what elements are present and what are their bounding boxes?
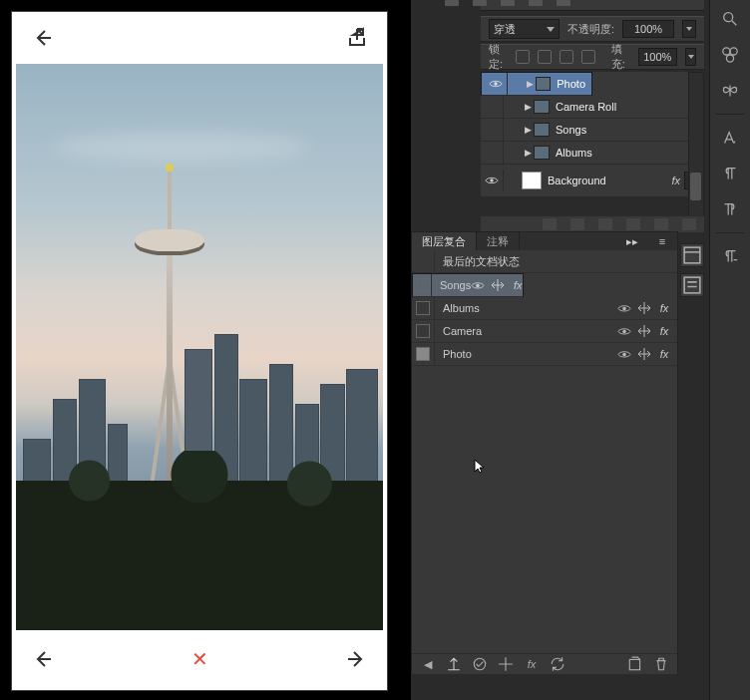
visibility-toggle[interactable]	[481, 96, 504, 118]
opacity-dropdown[interactable]	[682, 20, 696, 38]
link-layers-icon[interactable]	[543, 218, 557, 230]
visibility-toggle[interactable]	[486, 73, 508, 95]
tab-notes[interactable]: 注释	[477, 232, 520, 250]
visibility-icon[interactable]	[617, 324, 631, 338]
comps-bottom-bar: ◀ fx	[412, 653, 677, 674]
layer-style-icon[interactable]	[570, 218, 584, 230]
lock-pixels-icon[interactable]	[538, 50, 552, 64]
properties-panel-icon[interactable]	[680, 243, 704, 267]
disclosure-icon[interactable]: ▶	[525, 79, 536, 89]
visibility-toggle[interactable]	[481, 170, 504, 191]
comp-name: Camera	[435, 325, 617, 337]
svg-rect-8	[684, 247, 700, 263]
folder-icon	[534, 123, 550, 137]
lock-position-icon[interactable]	[560, 50, 573, 64]
layers-scrollbar[interactable]	[688, 72, 704, 217]
comp-row[interactable]: Songs fx	[412, 273, 524, 297]
blend-mode-label: 穿透	[494, 22, 516, 37]
svg-point-2	[476, 283, 480, 287]
svg-point-5	[622, 352, 626, 356]
layer-row-background[interactable]: Background fx	[481, 165, 704, 197]
visibility-icon[interactable]	[471, 278, 485, 292]
layer-mask-icon[interactable]	[598, 218, 612, 230]
disclosure-icon[interactable]: ▶	[522, 148, 534, 158]
appearance-icon[interactable]: fx	[511, 278, 525, 292]
styles-panel-icon[interactable]	[716, 243, 744, 269]
prev-icon[interactable]	[30, 647, 54, 671]
blend-mode-select[interactable]: 穿透	[489, 19, 560, 39]
glyph-butterfly-icon[interactable]	[716, 78, 744, 104]
apply-comp-toggle[interactable]	[412, 297, 435, 319]
update-comp-icon[interactable]	[550, 657, 565, 671]
comp-row[interactable]: Camera fx	[412, 320, 677, 343]
prev-comp-icon[interactable]: ◀	[420, 657, 436, 671]
disclosure-icon[interactable]: ▶	[522, 125, 534, 135]
fx-badge[interactable]: fx	[671, 175, 680, 186]
layer-row[interactable]: ▶ Photo	[481, 72, 592, 96]
appearance-icon[interactable]: fx	[657, 324, 671, 338]
apply-comp-toggle[interactable]	[412, 320, 435, 342]
lock-transparency-icon[interactable]	[516, 50, 530, 64]
visibility-toggle[interactable]	[481, 142, 504, 164]
close-icon[interactable]: ✕	[191, 647, 208, 671]
apply-comp-toggle[interactable]	[417, 274, 432, 296]
tab-layer-comps[interactable]: 图层复合	[412, 232, 477, 250]
comp-row[interactable]: Albums fx	[412, 297, 677, 320]
delete-layer-icon[interactable]	[682, 218, 696, 230]
position-icon[interactable]	[637, 324, 651, 338]
svg-point-3	[622, 306, 626, 310]
update-appearance-icon[interactable]: fx	[524, 657, 540, 671]
back-icon[interactable]	[30, 26, 54, 50]
appearance-icon[interactable]: fx	[657, 301, 671, 315]
new-group-icon[interactable]	[626, 218, 640, 230]
update-position-icon[interactable]	[498, 657, 514, 671]
layer-name: Camera Roll	[556, 101, 698, 113]
appearance-icon[interactable]: fx	[657, 347, 671, 361]
svg-point-10	[724, 13, 733, 22]
comp-name: Photo	[435, 348, 617, 360]
apply-comp-toggle[interactable]	[412, 343, 435, 365]
comp-name: 最后的文档状态	[435, 254, 671, 269]
fill-value[interactable]: 100%	[638, 48, 677, 66]
position-icon[interactable]	[637, 301, 651, 315]
disclosure-icon[interactable]: ▶	[522, 102, 534, 112]
panel-menu-icon[interactable]: ≡	[647, 235, 677, 247]
character-panel-icon[interactable]	[716, 125, 744, 151]
panel-tabs: 图层复合 注释 ▸▸ ≡	[412, 232, 677, 250]
apply-comp-toggle[interactable]	[412, 250, 435, 272]
lock-label: 锁定:	[489, 42, 508, 72]
update-visibility-icon[interactable]	[472, 657, 488, 671]
layer-row[interactable]: ▶ Songs	[481, 119, 704, 142]
svg-point-0	[495, 82, 499, 86]
libraries-icon[interactable]	[716, 42, 744, 68]
comp-row[interactable]: Photo fx	[412, 343, 677, 366]
paragraph-panel-icon[interactable]	[716, 161, 744, 186]
comp-last-state[interactable]: 最后的文档状态	[412, 250, 677, 273]
new-layer-icon[interactable]	[654, 218, 668, 230]
folder-icon	[534, 146, 550, 160]
svg-point-1	[490, 178, 494, 182]
position-icon[interactable]	[491, 278, 505, 292]
right-toolstrip	[709, 0, 750, 700]
svg-point-4	[622, 329, 626, 333]
visibility-icon[interactable]	[617, 301, 631, 315]
collapse-icon[interactable]: ▸▸	[617, 235, 647, 248]
opacity-value[interactable]: 100%	[622, 20, 674, 38]
info-panel-icon[interactable]	[680, 273, 704, 297]
share-icon[interactable]	[345, 26, 369, 50]
fill-dropdown[interactable]	[685, 48, 696, 66]
visibility-toggle[interactable]	[481, 119, 504, 141]
layer-row[interactable]: ▶ Camera Roll	[481, 96, 704, 119]
new-comp-icon[interactable]	[627, 657, 643, 671]
next-comp-icon[interactable]	[446, 657, 462, 671]
next-icon[interactable]	[345, 647, 369, 671]
layer-row[interactable]: ▶ Albums	[481, 142, 704, 165]
search-button[interactable]	[716, 6, 744, 32]
folder-icon	[536, 77, 551, 91]
opacity-label: 不透明度:	[567, 22, 614, 37]
visibility-icon[interactable]	[617, 347, 631, 361]
delete-comp-icon[interactable]	[653, 657, 669, 671]
position-icon[interactable]	[637, 347, 651, 361]
paragraph-rtl-icon[interactable]	[716, 196, 744, 222]
lock-all-icon[interactable]	[581, 50, 595, 64]
